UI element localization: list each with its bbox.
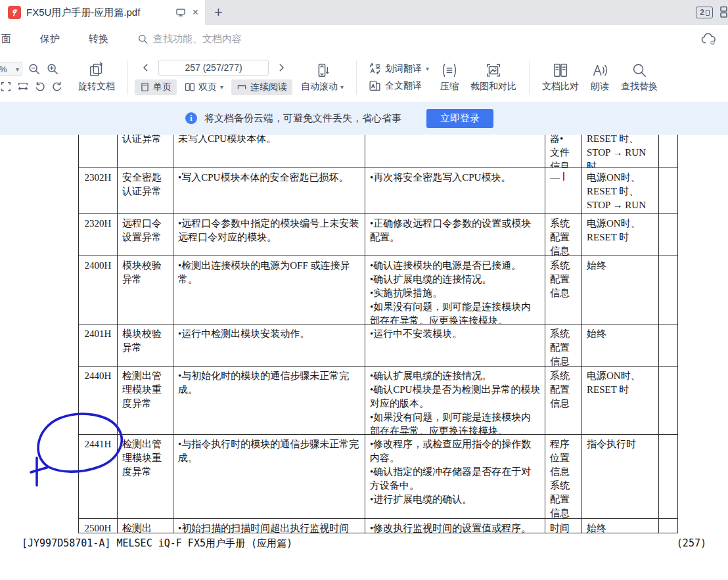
next-page-button[interactable] xyxy=(274,63,288,72)
close-tab-icon[interactable]: × xyxy=(193,7,198,18)
table-cell-code: 2441H xyxy=(78,435,118,518)
auto-scroll-button[interactable]: 自动滚动 ▾ xyxy=(295,62,350,93)
table-cell-name: 检测出管 理模块重 度异常 xyxy=(118,367,173,434)
table-cell-extra xyxy=(659,324,678,366)
chevron-down-icon: ▾ xyxy=(340,83,344,91)
doc-compare-button[interactable]: 文档比对 xyxy=(536,62,585,93)
table-cell-name: 安全密匙 认证异常 xyxy=(118,168,173,213)
single-page-icon xyxy=(140,82,150,92)
zoom-out-icon[interactable] xyxy=(28,62,41,76)
table-row: 2400H 模块校验 异常 •检测出连接模块的电源为OFF 或连接异常。 •确认… xyxy=(78,256,678,324)
read-aloud-button[interactable]: 朗读 xyxy=(585,62,615,93)
single-page-button[interactable]: 单页 xyxy=(135,79,177,95)
search-functions-box[interactable]: 查找功能、文档内容 xyxy=(137,33,242,45)
table-row: 2500H 检测出 •初始扫描的扫描时间超出执行监视时间 •修改执行监视时间的设… xyxy=(78,519,678,533)
rotate-right-icon[interactable] xyxy=(51,81,63,93)
zoom-level-select[interactable]: %▾ xyxy=(0,62,22,76)
table-cell-fix: •确认连接模块的电源是否已接通。 •确认扩展电缆的连接情况。 •实施抗噪措施。 … xyxy=(365,256,545,324)
document-tab[interactable]: FX5U用户手册-应用篇.pdf × xyxy=(0,0,205,25)
menu-item-page[interactable]: 面 xyxy=(1,33,11,45)
word-translate-icon xyxy=(369,62,381,75)
table-cell-fix: •确认扩展电缆的连接情况。 •确认CPU模块是否为检测出异常的模块对应的版本。 … xyxy=(365,367,545,434)
full-translate-button[interactable]: 全文翻译 xyxy=(369,79,429,92)
table-cell-code: 2302H xyxy=(78,168,118,213)
fit-width-icon[interactable] xyxy=(17,81,29,93)
table-cell-desc: •运行中检测出模块安装动作。 xyxy=(173,324,365,366)
chevron-down-icon: ▾ xyxy=(16,66,19,73)
cloud-backup-banner: i 将文档备份云端，可避免文件丢失，省心省事 立即登录 xyxy=(0,102,728,135)
table-cell-desc: •与初始化时的模块的通信步骤未正常完成。 xyxy=(173,367,365,434)
table-cell-info: 系统 配置 信息 xyxy=(545,367,582,434)
continuous-reading-button[interactable]: 连续阅读 xyxy=(231,79,292,95)
find-replace-icon xyxy=(631,62,648,79)
zoom-in-icon[interactable] xyxy=(46,62,59,76)
prev-page-button[interactable] xyxy=(139,63,153,72)
window-count-badge[interactable]: 2 xyxy=(696,7,713,18)
page-footer: [JY997D58701-A] MELSEC iQ-F FX5用户手册 (应用篇… xyxy=(22,537,706,550)
search-icon xyxy=(137,33,148,45)
presentation-icon[interactable] xyxy=(175,7,186,18)
rotate-left-icon[interactable] xyxy=(34,81,46,93)
table-row: 2302H 安全密匙 认证异常 •写入CPU模块本体的安全密匙已损坏。 •再次将… xyxy=(78,168,678,214)
table-cell-timing: 始终 xyxy=(582,256,659,324)
table-cell-timing: 指令执行时 xyxy=(582,435,659,518)
table-cell-info: 时间 xyxy=(545,519,582,533)
table-cell-fix: •修改程序，或检查应用指令的操作数内容。 •确认指定的缓冲存储器是否存在于对方设… xyxy=(365,435,545,518)
table-cell-info: 系统 配置 信息 xyxy=(545,324,582,366)
rotate-document-button[interactable]: 旋转文档 xyxy=(72,62,121,93)
table-cell-desc: •写入CPU模块本体的安全密匙已损坏。 xyxy=(173,168,365,213)
read-aloud-icon xyxy=(591,62,608,79)
clipped-panel-icon xyxy=(719,5,728,20)
menu-bar: 面 保护 转换 查找功能、文档内容 xyxy=(0,25,728,53)
table-cell-code: 2401H xyxy=(78,324,118,366)
table-cell-name: 远程口令 设置异常 xyxy=(118,214,173,256)
login-now-button[interactable]: 立即登录 xyxy=(426,109,493,128)
table-cell-timing: 电源ON时、 RESET 时、 STOP → RUN 时 xyxy=(582,168,659,213)
screenshot-compare-button[interactable]: 截图和对比 xyxy=(465,62,522,93)
table-cell-name: 认证异常 xyxy=(118,135,173,167)
chevron-right-icon xyxy=(277,63,286,72)
compress-icon xyxy=(441,62,458,79)
menu-item-protect[interactable]: 保护 xyxy=(40,33,60,45)
double-page-button[interactable]: 双页 ▾ xyxy=(179,79,229,95)
menu-item-convert[interactable]: 转换 xyxy=(89,33,108,45)
continuous-reading-icon xyxy=(237,82,247,92)
table-cell-timing: 始终 xyxy=(582,519,659,533)
chevron-left-icon xyxy=(141,63,150,72)
chevron-down-icon: ▾ xyxy=(220,83,223,91)
table-cell-timing: 电源ON时、 RESET 时 xyxy=(582,367,659,434)
table-cell-fix: •修改执行监视时间的设置值或程序。 xyxy=(365,519,545,533)
mini-window-icon xyxy=(706,10,710,16)
error-code-table: 认证异常 未写入CPU模块本体。 器• 文件 信息 RESET 时、 STOP … xyxy=(78,135,678,533)
word-translate-button[interactable]: 划词翻译 ▾ xyxy=(369,62,429,75)
table-cell-desc: •远程口令参数中指定的模块编号上未安装远程口令对应的模块。 xyxy=(173,214,365,256)
pdf-page-view[interactable]: 认证异常 未写入CPU模块本体。 器• 文件 信息 RESET 时、 STOP … xyxy=(0,135,728,580)
pdf-app-icon xyxy=(8,6,21,19)
table-cell-info: 器• 文件 信息 xyxy=(545,135,582,167)
cloud-sync-off-icon[interactable] xyxy=(700,32,717,46)
table-cell-extra xyxy=(659,214,678,256)
table-cell-code xyxy=(78,135,118,167)
footer-page-number: (257) xyxy=(677,537,706,550)
search-placeholder: 查找功能、文档内容 xyxy=(153,33,242,45)
table-cell-desc: •初始扫描的扫描时间超出执行监视时间 xyxy=(173,519,365,533)
screenshot-compare-icon xyxy=(485,62,502,79)
table-cell-info: 系统 配置 信息 xyxy=(545,214,582,256)
table-cell-desc: 未写入CPU模块本体。 xyxy=(173,135,365,167)
table-cell-timing: 电源ON时、 RESET 时 xyxy=(582,214,659,256)
table-cell-timing: 始终 xyxy=(582,324,659,366)
table-cell-fix: •正确修改远程口令参数的设置或模块配置。 xyxy=(365,214,545,256)
find-replace-button[interactable]: 查找替换 xyxy=(615,62,664,93)
table-cell-fix: •再次将安全密匙写入CPU模块。 xyxy=(365,168,545,213)
table-cell-extra xyxy=(659,367,678,434)
table-row: 2401H 模块校验 异常 •运行中检测出模块安装动作。 •运行中不安装模块。 … xyxy=(78,324,678,367)
compress-button[interactable]: 压缩 xyxy=(434,62,465,93)
full-translate-icon xyxy=(369,79,381,92)
new-tab-button[interactable]: + xyxy=(205,0,232,25)
text-cursor-mark xyxy=(563,172,564,181)
fit-page-icon[interactable] xyxy=(0,81,12,93)
page-number-input[interactable]: 257 (257/277) xyxy=(158,60,269,76)
banner-message: 将文档备份云端，可避免文件丢失，省心省事 xyxy=(204,112,401,125)
table-cell-extra xyxy=(659,168,678,213)
tab-title: FX5U用户手册-应用篇.pdf xyxy=(26,7,169,19)
